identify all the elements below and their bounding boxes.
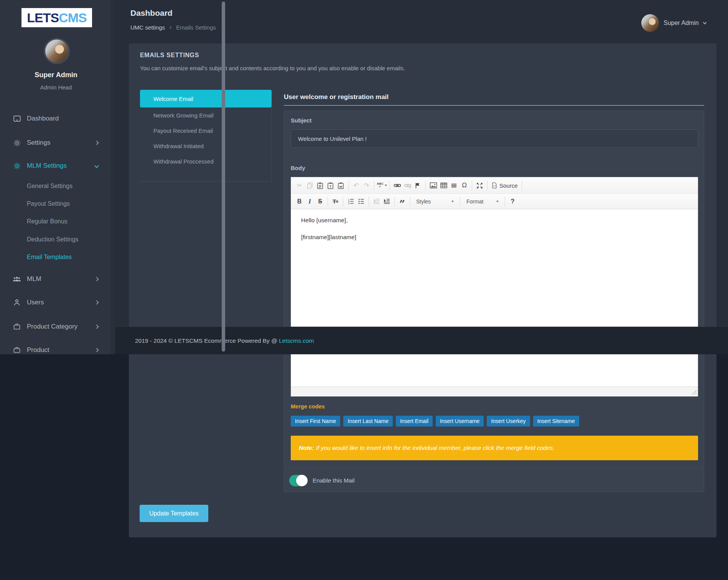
sidebar-item-regular-bonus[interactable]: Regular Bonus bbox=[27, 216, 107, 227]
chevron-right-icon bbox=[94, 324, 99, 329]
merge-codes-label: Merge codes bbox=[291, 403, 325, 410]
briefcase-icon bbox=[13, 323, 21, 330]
svg-text:<>: <> bbox=[493, 185, 496, 187]
tab-network-growing-email[interactable]: Network Growing Email bbox=[140, 107, 272, 123]
format-dropdown[interactable]: Format bbox=[463, 196, 502, 207]
paste-as-text-icon[interactable]: T bbox=[325, 180, 336, 191]
italic-icon[interactable]: I bbox=[305, 196, 315, 207]
sidebar-item-product-category[interactable]: Product Category bbox=[0, 320, 112, 333]
undo-icon[interactable]: ↶ bbox=[351, 180, 361, 191]
toolbar-separator bbox=[425, 180, 426, 190]
editor-toolbar-row2: B I S Tx 123 bbox=[291, 194, 698, 209]
horizontal-rule-icon[interactable] bbox=[449, 180, 459, 191]
spellcheck-icon[interactable]: ABC ✓ bbox=[377, 180, 387, 191]
toolbar-separator bbox=[487, 180, 488, 190]
insert-sitename-button[interactable]: Insert Sitename bbox=[533, 416, 579, 426]
special-char-omega-icon[interactable]: Ω bbox=[459, 180, 469, 191]
tab-payout-received-email[interactable]: Payout Received Email bbox=[140, 123, 272, 138]
blockquote-icon[interactable]: ” bbox=[397, 196, 407, 207]
insert-first-name-button[interactable]: Insert First Name bbox=[291, 416, 340, 426]
enable-mail-row: Enable this Mail bbox=[284, 469, 704, 492]
scrollbar-thumb[interactable] bbox=[222, 2, 225, 352]
bullet-list-icon[interactable] bbox=[356, 196, 366, 207]
source-button[interactable]: <> Source bbox=[490, 180, 519, 191]
sidebar-item-payout-settings[interactable]: Payout Settings bbox=[27, 198, 107, 210]
footer-link[interactable]: Letscms.com bbox=[279, 337, 314, 344]
toolbar-separator bbox=[343, 197, 343, 207]
toolbar-separator bbox=[522, 180, 522, 190]
toolbar-separator bbox=[389, 180, 390, 190]
note-text: If you would like to insert info for the… bbox=[316, 445, 555, 451]
rich-text-editor: ✂ T W ↶ ↷ bbox=[291, 177, 698, 397]
toolbar-separator bbox=[460, 197, 460, 207]
anchor-flag-icon[interactable] bbox=[413, 180, 423, 191]
toolbar-separator bbox=[394, 197, 395, 207]
insert-email-button[interactable]: Insert Email bbox=[396, 416, 433, 426]
logo[interactable]: LETSCMS bbox=[21, 8, 92, 27]
sidebar-item-dashboard[interactable]: Dashboard bbox=[0, 112, 112, 125]
tab-withdrawal-initiated[interactable]: Withdrawal Initiated bbox=[140, 138, 272, 154]
editor-toolbar-row1: ✂ T W ↶ ↷ bbox=[291, 177, 698, 194]
outdent-icon[interactable] bbox=[371, 196, 382, 207]
update-templates-button[interactable]: Update Templates bbox=[140, 505, 208, 522]
copy-icon[interactable] bbox=[305, 180, 315, 191]
table-icon[interactable] bbox=[438, 180, 449, 191]
insert-userkey-button[interactable]: Insert Userkey bbox=[487, 416, 530, 426]
briefcase-icon bbox=[13, 346, 21, 354]
header-avatar bbox=[641, 14, 659, 32]
maximize-icon[interactable] bbox=[474, 180, 485, 191]
tab-welcome-email[interactable]: Welcome Email bbox=[140, 90, 272, 107]
numbered-list-icon[interactable]: 123 bbox=[346, 196, 356, 207]
insert-username-button[interactable]: Insert Username bbox=[436, 416, 484, 426]
editor-content[interactable]: Hello [username], [firstname][lastname] bbox=[291, 209, 698, 387]
header-user-menu[interactable]: Super Admin bbox=[641, 14, 706, 32]
cut-icon[interactable]: ✂ bbox=[294, 180, 305, 191]
chevron-right-icon bbox=[94, 277, 99, 281]
image-icon[interactable] bbox=[428, 180, 438, 191]
enable-mail-toggle[interactable] bbox=[289, 475, 307, 486]
link-icon[interactable] bbox=[392, 180, 402, 191]
unlink-icon[interactable] bbox=[402, 180, 413, 191]
sidebar-user-role: Admin Head bbox=[0, 84, 112, 91]
source-doc-icon: <> bbox=[491, 182, 497, 188]
subject-input[interactable]: Welcome to Unilevel Plan ! bbox=[291, 129, 698, 148]
resize-grip-icon[interactable] bbox=[692, 390, 697, 395]
redo-icon[interactable]: ↷ bbox=[361, 180, 372, 191]
section-divider bbox=[284, 105, 704, 106]
insert-last-name-button[interactable]: Insert Last Name bbox=[343, 416, 393, 426]
paste-from-word-icon[interactable]: W bbox=[336, 180, 346, 191]
svg-text:3: 3 bbox=[348, 202, 349, 205]
email-template-tabs: Welcome Email Network Growing Email Payo… bbox=[140, 90, 272, 169]
breadcrumb: UMC settings › Emails Settings bbox=[130, 24, 216, 31]
sidebar-item-deduction-settings[interactable]: Deduction Settings bbox=[27, 234, 107, 245]
about-icon[interactable]: ? bbox=[507, 196, 518, 207]
editor-paragraph: [firstname][lastname] bbox=[301, 234, 698, 241]
sidebar-item-mlm-settings[interactable]: MLM Settings bbox=[0, 159, 112, 172]
breadcrumb-umc-settings[interactable]: UMC settings bbox=[130, 24, 165, 31]
dashboard-icon bbox=[13, 115, 21, 123]
tab-withdrawal-proccessed[interactable]: Withdrawal Proccessed bbox=[140, 154, 272, 169]
sidebar-item-general-settings[interactable]: General Settings bbox=[27, 180, 107, 192]
paste-icon[interactable] bbox=[315, 180, 325, 191]
toolbar-separator bbox=[472, 180, 472, 190]
remove-format-icon[interactable]: Tx bbox=[330, 196, 341, 207]
sidebar-item-mlm[interactable]: MLM bbox=[0, 273, 112, 286]
logo-lets: LETS bbox=[27, 10, 59, 25]
bold-icon[interactable]: B bbox=[294, 196, 305, 207]
styles-dropdown[interactable]: Styles bbox=[412, 196, 458, 207]
sidebar-item-users[interactable]: Users bbox=[0, 296, 112, 309]
sidebar-avatar bbox=[44, 38, 70, 64]
toolbar-separator bbox=[410, 197, 410, 207]
editor-paragraph: Hello [username], bbox=[301, 217, 698, 224]
sidebar-item-product[interactable]: Product bbox=[0, 344, 112, 357]
sidebar-item-settings[interactable]: Settings bbox=[0, 136, 112, 149]
subject-value: Welcome to Unilevel Plan ! bbox=[298, 135, 367, 142]
strikethrough-icon[interactable]: S bbox=[315, 196, 325, 207]
sidebar-item-email-templates[interactable]: Email Templates bbox=[27, 251, 107, 263]
note-prefix: Note: bbox=[299, 445, 314, 451]
app-root: Dashboard UMC settings › Emails Settings… bbox=[0, 0, 728, 580]
body-label: Body bbox=[291, 165, 305, 171]
sidebar: LETSCMS Super Admin Admin Head Dashboard… bbox=[0, 0, 115, 354]
sidebar-scrollbar[interactable] bbox=[110, 0, 115, 354]
indent-icon[interactable] bbox=[382, 196, 392, 207]
